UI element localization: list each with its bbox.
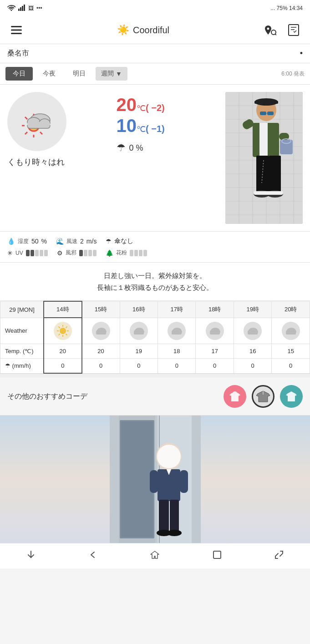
svg-rect-74 [134,332,144,335]
tab-bar: 今日 今夜 明日 週間 ▼ 6:00 発表 [0,63,310,85]
nav-home-button[interactable] [142,548,167,564]
rain-14: 0 [44,359,81,374]
menu-button[interactable] [8,22,25,38]
temp-14: 20 [44,344,81,359]
temp-row: Temp. (℃) 20 20 19 18 17 16 15 [0,344,310,359]
nav-down-button[interactable] [19,548,43,564]
pollen-bar-2 [134,250,138,256]
svg-line-8 [275,34,276,35]
temp-15: 20 [82,344,120,359]
weather-row-label: Weather [0,318,44,344]
hour-15: 15時 [82,301,120,318]
publish-time: 6:00 発表 [281,70,305,78]
tab-tonight[interactable]: 今夜 [36,67,63,81]
outfit-badge-selected[interactable] [252,385,274,408]
more-icon: ••• [36,5,42,11]
wd-bar-2 [84,250,87,256]
outfit-icon-2 [256,390,270,403]
bookmark-button[interactable] [285,22,302,38]
rain-row: ☂ 0 % [117,142,219,154]
logo-icon: ☀️ [117,24,129,36]
temp-19: 16 [234,344,271,359]
nav-recent-button[interactable] [205,548,229,564]
svg-point-58 [60,328,66,334]
outfit-person [110,416,201,543]
svg-line-65 [66,327,67,328]
svg-rect-43 [267,112,274,115]
message-line1: 日差し強い一日。紫外線対策を。 [7,270,303,282]
rain-pct: 0 % [129,143,143,153]
temp-18: 17 [196,344,234,359]
umbrella-text: 傘なし [114,237,133,245]
hour-20: 20時 [272,301,310,318]
wind-dir-label: 風邪 [66,249,76,257]
svg-rect-104 [170,500,179,532]
wind-unit: m/s [86,238,97,245]
temp-low-value: 10 [117,116,137,136]
app-logo: ☀️ Coordiful [117,24,169,36]
humidity-item: 💧 湿度 50 % [7,238,47,245]
uv-item: ✳ UV [7,249,48,257]
umbrella-detail-icon: ☂ [106,238,112,245]
location-menu[interactable]: • [300,49,303,58]
wifi-icon [7,5,15,12]
header-icons [262,22,302,38]
tab-tomorrow[interactable]: 明日 [66,67,93,81]
tab-weekly[interactable]: 週間 ▼ [96,67,127,81]
location-search-button[interactable] [262,22,278,38]
svg-rect-3 [24,5,25,11]
svg-rect-107 [213,551,221,558]
outfit-section: その他のおすすめコーデ [0,378,310,416]
humidity-value: 50 [31,238,39,245]
svg-point-99 [157,445,181,468]
temp-high-value: 20 [117,95,137,115]
uv-bar-4 [40,250,43,256]
umbrella-icon: ☂ [117,142,126,154]
header: ☀️ Coordiful [0,16,310,44]
wind-label: 風速 [66,238,77,245]
section-divider [0,374,310,378]
svg-line-15 [25,117,27,119]
uv-bar-1 [26,250,30,256]
temp-high-unit: ℃ [137,104,146,113]
svg-line-18 [25,132,27,134]
svg-rect-103 [159,500,169,532]
svg-rect-1 [20,7,21,11]
svg-rect-86 [248,332,258,335]
uv-label: UV [15,250,23,256]
outfit-person-svg [110,416,201,543]
hour-19: 19時 [234,301,271,318]
status-text: ... 75% 14:34 [270,5,303,11]
outfit-image [0,416,310,543]
icon-17 [168,322,186,340]
detail-row-1: 💧 湿度 50 % 🌊 風速 2 m/s ☂ 傘なし [7,237,303,245]
uv-bar-3 [35,250,39,256]
rain-19: 0 [234,359,271,374]
weather-icon-17 [158,318,196,344]
umbrella-table-icon: ☂ [5,362,10,369]
humidity-unit: % [41,238,47,245]
logo-text: Coordiful [133,25,169,35]
nav-back-button[interactable] [81,548,105,564]
outfit-badge-teal[interactable] [280,385,303,408]
rain-unit: % [136,143,143,152]
svg-rect-101 [150,470,158,493]
tab-today[interactable]: 今日 [5,67,33,81]
svg-rect-52 [269,156,281,192]
temp-low-diff: ( −1) [146,124,165,134]
status-bar: 🖼 ••• ... 75% 14:34 [0,0,310,16]
pollen-bar-1 [130,250,133,256]
date-header: 29 [MON] [0,301,44,318]
svg-rect-42 [260,112,266,115]
umbrella-item: ☂ 傘なし [106,237,133,245]
weather-left: くもり時々はれ [7,92,109,167]
message-line2: 長袖に１枚羽織るものがあると安心。 [7,282,303,294]
weather-icon-circle [7,92,66,151]
outfit-badge-pink[interactable] [224,385,246,408]
svg-rect-102 [180,470,188,493]
hourly-table: 29 [MON] 14時 15時 16時 17時 18時 19時 20時 Wea… [0,301,310,374]
svg-rect-82 [210,332,220,335]
nav-expand-button[interactable] [267,548,291,564]
pollen-item: 🌲 花粉 [106,249,147,257]
svg-line-66 [58,334,60,335]
